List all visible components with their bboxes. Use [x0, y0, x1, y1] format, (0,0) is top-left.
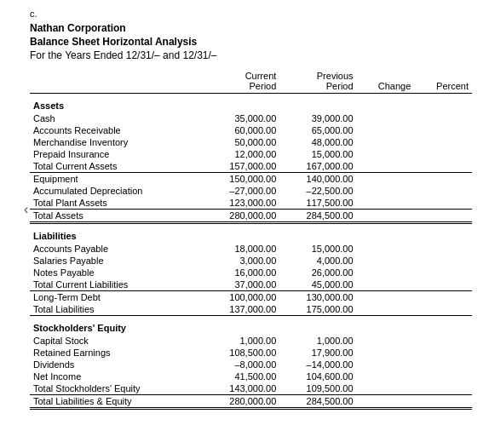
row-current: 157,000.00 — [203, 160, 279, 173]
row-previous: 284,500.00 — [279, 395, 356, 409]
section-header: Assets — [30, 94, 472, 113]
row-previous: 104,600.00 — [279, 370, 356, 382]
row-percent — [414, 112, 472, 124]
row-label: Notes Payable — [30, 267, 203, 279]
row-current: 18,000.00 — [203, 243, 279, 255]
row-previous: 175,000.00 — [279, 303, 356, 316]
row-change — [357, 243, 415, 255]
row-previous: 284,500.00 — [279, 210, 356, 223]
row-percent — [414, 370, 472, 382]
table-row: Total Stockholders' Equity143,000.00109,… — [30, 382, 472, 395]
table-row: Total Assets280,000.00284,500.00 — [30, 210, 472, 223]
header-current: CurrentPeriod — [203, 70, 279, 94]
row-change — [357, 279, 415, 291]
row-change — [357, 210, 415, 223]
row-percent — [414, 160, 472, 173]
row-change — [357, 255, 415, 267]
table-row: Stockholders' Equity — [30, 316, 472, 336]
header-label — [30, 70, 203, 94]
row-previous: 140,000.00 — [279, 173, 356, 186]
row-percent — [414, 148, 472, 160]
row-percent — [414, 243, 472, 255]
row-label: Salaries Payable — [30, 255, 203, 267]
table-row: Total Current Liabilities37,000.0045,000… — [30, 279, 472, 291]
label-c: c. — [30, 9, 472, 19]
row-previous: 1,000.00 — [279, 335, 356, 347]
company-name: Nathan Corporation — [30, 22, 472, 34]
row-previous: –22,500.00 — [279, 185, 356, 197]
row-label: Equipment — [30, 173, 203, 186]
row-current: 3,000.00 — [203, 255, 279, 267]
row-current: 123,000.00 — [203, 197, 279, 210]
row-percent — [414, 335, 472, 347]
row-change — [357, 160, 415, 173]
row-current: 137,000.00 — [203, 303, 279, 316]
report-period: For the Years Ended 12/31/– and 12/31/– — [30, 49, 472, 61]
table-row: Accounts Receivable60,000.0065,000.00 — [30, 124, 472, 136]
row-label: Capital Stock — [30, 335, 203, 347]
header-percent: Percent — [414, 70, 472, 94]
row-current: 280,000.00 — [203, 395, 279, 409]
row-percent — [414, 347, 472, 359]
row-label: Accounts Payable — [30, 243, 203, 255]
row-current: 1,000.00 — [203, 335, 279, 347]
row-current: 35,000.00 — [203, 112, 279, 124]
row-previous: 167,000.00 — [279, 160, 356, 173]
row-previous: 4,000.00 — [279, 255, 356, 267]
table-row: Notes Payable16,000.0026,000.00 — [30, 267, 472, 279]
table-row: Equipment150,000.00140,000.00 — [30, 173, 472, 186]
row-label: Accumulated Depreciation — [30, 185, 203, 197]
row-percent — [414, 359, 472, 370]
row-percent — [414, 136, 472, 148]
table-row: Cash35,000.0039,000.00 — [30, 112, 472, 124]
row-label: Total Liabilities — [30, 303, 203, 316]
row-percent — [414, 210, 472, 223]
table-row: Merchandise Inventory50,000.0048,000.00 — [30, 136, 472, 148]
header-previous: PreviousPeriod — [279, 70, 356, 94]
row-change — [357, 382, 415, 395]
row-change — [357, 395, 415, 409]
row-label: Accounts Receivable — [30, 124, 203, 136]
table-row: Dividends–8,000.00–14,000.00 — [30, 359, 472, 370]
report-title: Balance Sheet Horizontal Analysis — [30, 36, 472, 48]
row-change — [357, 347, 415, 359]
row-label: Prepaid Insurance — [30, 148, 203, 160]
table-row: Total Liabilities137,000.00175,000.00 — [30, 303, 472, 316]
row-label: Total Liabilities & Equity — [30, 395, 203, 409]
row-current: 50,000.00 — [203, 136, 279, 148]
row-percent — [414, 279, 472, 291]
row-label: Net Income — [30, 370, 203, 382]
table-row: Accumulated Depreciation–27,000.00–22,50… — [30, 185, 472, 197]
row-label: Cash — [30, 112, 203, 124]
row-percent — [414, 382, 472, 395]
row-percent — [414, 303, 472, 316]
table-row: Total Plant Assets123,000.00117,500.00 — [30, 197, 472, 210]
row-current: 150,000.00 — [203, 173, 279, 186]
row-label: Total Assets — [30, 210, 203, 223]
balance-sheet-table: CurrentPeriod PreviousPeriod Change Perc… — [30, 70, 472, 410]
row-current: 16,000.00 — [203, 267, 279, 279]
row-change — [357, 112, 415, 124]
row-change — [357, 197, 415, 210]
row-previous: –14,000.00 — [279, 359, 356, 370]
table-row: Retained Earnings108,500.0017,900.00 — [30, 347, 472, 359]
row-change — [357, 124, 415, 136]
back-arrow[interactable]: ‹ — [24, 202, 28, 217]
row-label: Total Current Assets — [30, 160, 203, 173]
row-previous: 39,000.00 — [279, 112, 356, 124]
row-percent — [414, 185, 472, 197]
table-row: Salaries Payable3,000.004,000.00 — [30, 255, 472, 267]
table-row: Assets — [30, 94, 472, 113]
row-change — [357, 267, 415, 279]
row-current: 37,000.00 — [203, 279, 279, 291]
row-change — [357, 370, 415, 382]
row-previous: 109,500.00 — [279, 382, 356, 395]
row-label: Dividends — [30, 359, 203, 370]
header-change: Change — [357, 70, 415, 94]
row-previous: 65,000.00 — [279, 124, 356, 136]
row-change — [357, 335, 415, 347]
row-label: Total Plant Assets — [30, 197, 203, 210]
row-label: Total Stockholders' Equity — [30, 382, 203, 395]
table-row: Long-Term Debt100,000.00130,000.00 — [30, 291, 472, 304]
row-change — [357, 136, 415, 148]
